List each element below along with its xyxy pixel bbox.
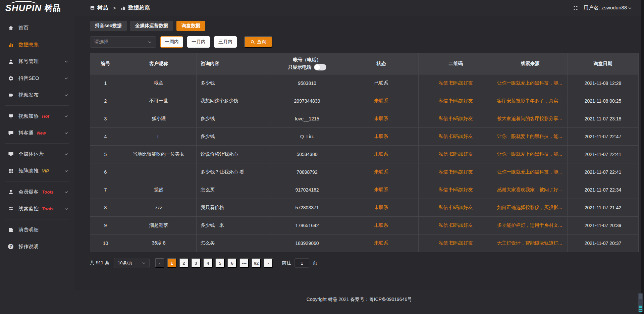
tab-bar: 抖音seo数据全媒体运营数据询盘数据 [90,21,639,31]
cell-date: 2021-11-07 22:41 [568,146,639,163]
page-button-5[interactable]: 5 [215,258,225,268]
private-message-link[interactable]: 私信 [439,205,448,210]
sidebar-item-matrix-boost[interactable]: 矩阵助推VIP [0,162,74,179]
sidebar-item-lead-monitor[interactable]: 线索监控Tools [0,200,74,217]
sidebar-item-instructions[interactable]: ?操作说明 [0,238,74,255]
filter-select[interactable]: 请选择 [90,36,156,48]
status-badge: 未联系 [374,187,388,192]
scan-add-friend-link[interactable]: 扫码加好友 [449,222,473,228]
private-message-link[interactable]: 私信 [439,134,448,139]
scan-add-friend-link[interactable]: 扫码加好友 [449,169,473,174]
scan-add-friend-link[interactable]: 扫码加好友 [449,80,473,86]
sidebar-item-douketong[interactable]: 抖客通New [0,124,74,141]
sidebar-item-video-publish[interactable]: 视频发布 [0,87,74,103]
sidebar-item-member-baoke[interactable]: 会员爆客Tools [0,184,74,200]
source-link[interactable]: 让你一眼就爱上的黑科技，能... [497,151,562,157]
page-size-select[interactable]: 10条/页 [114,258,150,268]
page-button-4[interactable]: 4 [203,258,213,268]
range-button-month[interactable]: 一月内 [187,36,210,48]
cell-nickname: 哦章 [121,74,197,92]
cell-nickname [121,163,197,181]
app-logo[interactable]: SHUPIN 树品 [0,0,74,16]
source-link[interactable]: 无主灯设计，智能磁吸轨道灯... [497,240,562,246]
copyright-text: Copyright 树品 2021 备案号：粤ICP备09019646号 [307,297,412,314]
prev-page-button[interactable]: ‹ [155,258,164,268]
search-button[interactable]: 查询 [244,36,272,48]
source-link[interactable]: 感谢大家喜欢我家，被问了好... [497,187,562,192]
cell-qrcode: 私信 扫码加好友 [419,92,493,110]
filter-row: 请选择 一周内一月内三月内 查询 [90,36,639,48]
scan-add-friend-link[interactable]: 扫码加好友 [449,240,473,246]
sidebar-item-omni-media[interactable]: 全媒体运营 [0,146,74,162]
scan-add-friend-link[interactable]: 扫码加好友 [449,205,473,210]
page-size-value: 10条/页 [118,260,132,266]
source-link[interactable]: 多功能护栏灯，适用于乡村文... [497,222,562,228]
page-button-6[interactable]: 6 [227,258,237,268]
table-row: 5当地比较能吃的一位美女说说价格让我死心50534380未联系私信 扫码加好友让… [90,146,639,163]
scan-add-friend-link[interactable]: 扫码加好友 [449,134,473,139]
more-pages-button[interactable]: ••• [239,258,249,268]
sidebar-item-data-overview[interactable]: 数据总览 [0,36,74,53]
private-message-link[interactable]: 私信 [439,151,448,157]
table-header-row: 编号 客户昵称 咨询内容 帐号（电话） 只显示电话 状态 二维码 [90,53,639,74]
source-link[interactable]: 让你一眼就爱上的黑科技，能... [497,169,562,174]
phone-toggle-label: 只显示电话 [288,64,312,70]
page-button-1[interactable]: 1 [167,258,176,268]
topbar: 树品 > 数据总览 用户名: zswodun88 [74,0,644,16]
monitor-icon [8,151,14,157]
sidebar-item-douyin-seo[interactable]: 抖音SEO [0,70,74,87]
breadcrumb-item-home[interactable]: 树品 [97,4,108,11]
tab-omni-media-data[interactable]: 全媒体运营数据 [130,21,173,31]
video-icon [8,92,14,98]
user-icon [8,59,14,64]
private-message-link[interactable]: 私信 [439,98,448,103]
chevron-down-icon [64,207,68,211]
cell-qrcode: 私信 扫码加好友 [419,199,493,217]
private-message-link[interactable]: 私信 [439,222,448,228]
cell-account: 9583810 [270,74,344,92]
page-button-92[interactable]: 92 [252,258,261,268]
user-menu[interactable]: 用户名: zswodun88 [584,5,632,11]
private-message-link[interactable]: 私信 [439,80,448,86]
scan-add-friend-link[interactable]: 扫码加好友 [449,98,473,103]
page-scrollbar[interactable] [641,0,644,314]
header-nickname: 客户昵称 [121,53,197,74]
range-button-week[interactable]: 一周内 [160,36,183,48]
cell-account: love__1215 [270,110,344,128]
fullscreen-icon[interactable] [573,5,578,11]
source-link[interactable]: 让你一眼就爱上的黑科技，能... [497,80,562,86]
source-link[interactable]: 被大家追着问的客厅投影分享... [497,116,562,121]
next-page-button[interactable]: › [264,258,273,268]
cell-date: 2021-11-07 23:18 [568,110,639,128]
source-link[interactable]: 客厅安装投影半年多了，真实... [497,98,562,103]
goto-page-input[interactable] [294,258,309,268]
page-button-3[interactable]: 3 [191,258,201,268]
sidebar-divider [5,181,69,181]
private-message-link[interactable]: 私信 [439,169,448,174]
sidebar-item-home[interactable]: 首页 [0,19,74,36]
sidebar-item-account-management[interactable]: 账号管理 [0,53,74,70]
phone-only-toggle[interactable] [314,64,326,70]
sidebar-item-label: 抖客通 [18,130,34,136]
widget-stripe [639,307,642,308]
scan-add-friend-link[interactable]: 扫码加好友 [449,151,473,157]
scan-add-friend-link[interactable]: 扫码加好友 [449,116,473,121]
table-body: 1哦章多少钱9583810已联系私信 扫码加好友让你一眼就爱上的黑科技，能...… [90,74,639,252]
scan-add-friend-link[interactable]: 扫码加好友 [449,187,473,192]
tab-douyin-seo-data[interactable]: 抖音seo数据 [90,21,127,31]
cell-id: 3 [90,110,121,128]
sidebar-item-video-heat[interactable]: 视频加热Hot [0,108,74,124]
private-message-link[interactable]: 私信 [439,116,448,121]
range-button-quarter[interactable]: 三月内 [214,36,237,48]
source-link[interactable]: 如何正确选择投影仪，买投影... [497,205,562,210]
cell-account: 183929060 [270,234,344,252]
page-button-2[interactable]: 2 [179,258,189,268]
sidebar-item-consumption-detail[interactable]: 消费明细 [0,221,74,238]
floating-widget[interactable] [638,293,643,312]
private-message-link[interactable]: 私信 [439,240,448,246]
tab-inquiry-data[interactable]: 询盘数据 [176,21,205,31]
heat-icon [8,113,14,119]
private-message-link[interactable]: 私信 [439,187,448,192]
cell-qrcode: 私信 扫码加好友 [419,217,493,234]
source-link[interactable]: 让你一眼就爱上的黑科技，能... [497,134,562,139]
